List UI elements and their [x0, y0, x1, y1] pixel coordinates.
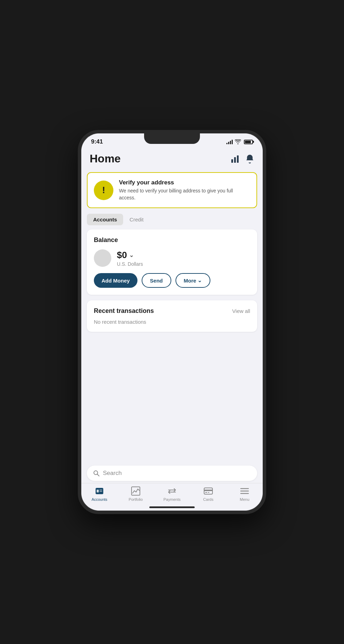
header-action-icons	[231, 154, 254, 164]
svg-rect-7	[97, 490, 99, 492]
search-bar[interactable]: Search	[87, 466, 257, 481]
scroll-content: Home	[81, 147, 263, 462]
svg-rect-14	[204, 490, 212, 491]
balance-currency: U.S. Dollars	[117, 261, 143, 267]
transactions-card: Recent transactions View all No recent t…	[87, 300, 257, 332]
alert-banner[interactable]: ! Verify your address We need to verify …	[87, 172, 257, 208]
account-tabs: Accounts Credit	[81, 214, 263, 225]
transactions-title: Recent transactions	[94, 307, 154, 315]
status-icons	[226, 139, 253, 144]
wifi-icon	[235, 139, 241, 144]
bottom-nav: Accounts Portfolio	[81, 483, 263, 504]
page-title: Home	[90, 152, 121, 165]
signal-bars-icon	[226, 139, 233, 144]
svg-line-4	[97, 474, 99, 476]
view-all-link[interactable]: View all	[232, 308, 250, 314]
nav-accounts[interactable]: Accounts	[81, 486, 118, 502]
search-icon	[93, 470, 99, 476]
bottom-section: Search	[81, 462, 263, 483]
no-transactions-message: No recent transactions	[94, 319, 250, 325]
chevron-down-icon: ⌄	[129, 252, 134, 258]
balance-row: $0 ⌄ U.S. Dollars	[94, 249, 250, 267]
more-button[interactable]: More ⌄	[175, 273, 211, 288]
portfolio-icon	[131, 486, 141, 496]
tab-credit[interactable]: Credit	[123, 214, 150, 225]
spacer	[81, 337, 263, 365]
send-button[interactable]: Send	[142, 273, 171, 288]
balance-amount[interactable]: $0 ⌄	[117, 250, 143, 261]
search-input[interactable]: Search	[103, 470, 122, 477]
nav-portfolio-label: Portfolio	[129, 497, 143, 502]
status-time: 9:41	[91, 138, 103, 145]
svg-rect-9	[99, 491, 102, 492]
svg-rect-1	[234, 157, 236, 163]
nav-menu-label: Menu	[240, 497, 249, 502]
alert-subtitle: We need to verify your billing address t…	[119, 188, 250, 201]
svg-rect-8	[99, 490, 102, 490]
svg-rect-10	[132, 487, 140, 495]
menu-icon	[240, 486, 249, 496]
tab-accounts[interactable]: Accounts	[87, 214, 123, 225]
nav-menu[interactable]: Menu	[226, 486, 263, 502]
balance-info: $0 ⌄ U.S. Dollars	[117, 250, 143, 267]
svg-rect-16	[208, 492, 209, 493]
svg-rect-15	[205, 492, 207, 493]
transactions-header: Recent transactions View all	[94, 307, 250, 315]
chevron-down-icon: ⌄	[197, 277, 202, 284]
balance-card: Balance $0 ⌄ U.S. Dollars Add Money Send	[87, 229, 257, 295]
nav-portfolio[interactable]: Portfolio	[118, 486, 154, 502]
payments-icon	[167, 486, 177, 496]
page-header: Home	[81, 147, 263, 169]
chart-icon[interactable]	[231, 154, 240, 163]
home-indicator-bar	[149, 506, 195, 508]
svg-rect-2	[237, 155, 239, 163]
alert-warning-icon: !	[94, 181, 113, 200]
battery-icon	[244, 140, 253, 144]
alert-text: Verify your address We need to verify yo…	[119, 179, 250, 201]
bell-icon[interactable]	[245, 154, 254, 164]
add-money-button[interactable]: Add Money	[94, 273, 137, 288]
accounts-icon	[95, 486, 104, 496]
nav-cards[interactable]: Cards	[190, 486, 226, 502]
cards-icon	[203, 486, 213, 496]
nav-payments[interactable]: Payments	[154, 486, 190, 502]
alert-title: Verify your address	[119, 179, 250, 186]
nav-accounts-label: Accounts	[91, 497, 107, 502]
home-indicator	[81, 504, 263, 511]
avatar	[94, 249, 111, 267]
svg-rect-0	[231, 159, 233, 163]
nav-cards-label: Cards	[203, 497, 213, 502]
nav-payments-label: Payments	[164, 497, 181, 502]
balance-card-title: Balance	[94, 236, 250, 244]
action-buttons: Add Money Send More ⌄	[94, 273, 250, 288]
